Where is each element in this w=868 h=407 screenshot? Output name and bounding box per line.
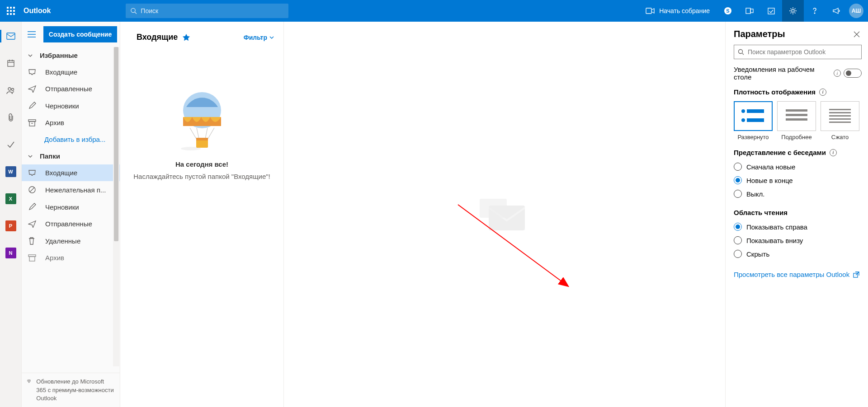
- help-button[interactable]: [804, 0, 826, 22]
- global-search-input[interactable]: [141, 7, 284, 14]
- density-compact-icon: [826, 107, 854, 126]
- reading-option-right[interactable]: Показывать справа: [734, 220, 862, 234]
- conversation-option-newest-bottom[interactable]: Новые в конце: [734, 173, 862, 187]
- reading-pane: [284, 22, 725, 407]
- settings-search-input[interactable]: [748, 48, 858, 56]
- favorites-section-toggle[interactable]: Избранные: [22, 47, 120, 64]
- svg-rect-11: [8, 61, 14, 66]
- app-launcher-button[interactable]: [0, 0, 22, 22]
- upgrade-banner[interactable]: Обновление до Microsoft 365 с премиум-во…: [22, 373, 120, 407]
- fav-inbox[interactable]: Входящие: [22, 64, 120, 80]
- settings-button[interactable]: [782, 0, 804, 22]
- inbox-icon: [28, 69, 37, 76]
- reading-radio-group: Показывать справа Показывать внизу Скрыт…: [734, 220, 862, 261]
- people-icon: [6, 86, 15, 94]
- reading-option-bottom[interactable]: Показывать внизу: [734, 234, 862, 247]
- svg-rect-7: [768, 8, 774, 14]
- close-settings-button[interactable]: [852, 29, 862, 39]
- svg-line-24: [30, 187, 34, 192]
- waffle-icon: [7, 7, 15, 15]
- star-filled-icon[interactable]: [182, 33, 190, 42]
- density-option-compact[interactable]: [821, 101, 859, 131]
- density-option-medium[interactable]: [777, 101, 816, 131]
- powerpoint-icon: P: [5, 220, 16, 231]
- svg-rect-42: [747, 118, 764, 122]
- svg-rect-40: [747, 109, 764, 113]
- svg-point-15: [8, 88, 11, 90]
- rail-todo[interactable]: [0, 136, 22, 154]
- svg-rect-43: [786, 109, 807, 112]
- onenote-icon: N: [5, 248, 16, 258]
- megaphone-icon: [832, 7, 840, 15]
- folder-sent[interactable]: Отправленные: [22, 215, 120, 232]
- reading-option-hide[interactable]: Скрыть: [734, 247, 862, 261]
- add-favorite-link[interactable]: Добавить в избра...: [22, 131, 120, 148]
- settings-search[interactable]: [734, 45, 862, 59]
- rail-files[interactable]: [0, 108, 22, 126]
- density-option-full[interactable]: [734, 101, 773, 131]
- start-meeting-button[interactable]: Начать собрание: [638, 0, 717, 22]
- archive-icon: [28, 254, 37, 262]
- rail-calendar[interactable]: [0, 54, 22, 72]
- rail-word[interactable]: W: [0, 163, 22, 181]
- megaphone-button[interactable]: [826, 0, 847, 22]
- svg-rect-33: [480, 199, 507, 218]
- calendar-check-icon: [767, 7, 775, 15]
- folder-deleted[interactable]: Удаленные: [22, 232, 120, 249]
- fav-sent[interactable]: Отправленные: [22, 80, 120, 97]
- folder-pane: Создать сообщение Избранные Входящие Отп…: [22, 22, 120, 407]
- folder-drafts[interactable]: Черновики: [22, 198, 120, 215]
- conversation-option-off[interactable]: Выкл.: [734, 187, 862, 201]
- rail-mail[interactable]: [0, 27, 22, 45]
- chevron-down-icon: [269, 35, 274, 40]
- account-avatar[interactable]: АШ: [849, 4, 863, 18]
- rail-onenote[interactable]: N: [0, 244, 22, 262]
- filter-button[interactable]: Фильтр: [244, 34, 274, 41]
- svg-point-31: [181, 147, 201, 150]
- close-icon: [854, 31, 860, 37]
- compose-button[interactable]: Создать сообщение: [43, 26, 117, 42]
- video-icon: [646, 8, 655, 14]
- brand-title: Outlook: [22, 7, 58, 15]
- info-icon[interactable]: i: [830, 149, 837, 156]
- toggle-folder-pane[interactable]: [24, 27, 39, 42]
- draft-icon: [28, 102, 37, 110]
- diamond-icon: [27, 378, 31, 385]
- info-icon[interactable]: i: [834, 70, 841, 77]
- rail-excel[interactable]: X: [0, 190, 22, 208]
- svg-line-38: [742, 53, 744, 55]
- svg-rect-26: [29, 257, 35, 261]
- fav-drafts[interactable]: Черновики: [22, 97, 120, 114]
- gear-icon: [789, 7, 797, 15]
- skype-icon: S: [724, 7, 732, 15]
- svg-rect-46: [829, 109, 851, 110]
- search-icon: [130, 7, 137, 14]
- folder-junk[interactable]: Нежелательная п...: [22, 181, 120, 198]
- folder-archive[interactable]: Архив: [22, 249, 120, 266]
- folder-scrollbar[interactable]: [113, 47, 119, 366]
- conversation-title: Представление с беседами i: [734, 149, 862, 156]
- svg-point-37: [739, 50, 743, 54]
- chevron-down-icon: [27, 52, 33, 59]
- desktop-notifications-toggle[interactable]: [844, 69, 862, 78]
- sent-icon: [28, 220, 37, 228]
- conversation-option-newest-top[interactable]: Сначала новые: [734, 160, 862, 173]
- density-medium-icon: [783, 107, 810, 126]
- svg-rect-49: [829, 118, 851, 120]
- rail-people[interactable]: [0, 81, 22, 99]
- rail-powerpoint[interactable]: P: [0, 217, 22, 235]
- folders-section-toggle[interactable]: Папки: [22, 148, 120, 164]
- my-day-button[interactable]: [760, 0, 782, 22]
- empty-inbox-state: На сегодня все! Наслаждайтесь пустой пап…: [120, 49, 283, 407]
- svg-point-16: [11, 89, 14, 91]
- view-all-settings-link[interactable]: Просмотреть все параметры Outlook: [734, 271, 862, 278]
- skype-button[interactable]: S: [717, 0, 739, 22]
- folder-inbox[interactable]: Входящие: [22, 164, 120, 181]
- attachment-icon: [7, 113, 14, 122]
- svg-rect-21: [29, 122, 35, 126]
- teams-button[interactable]: [739, 0, 760, 22]
- fav-archive[interactable]: Архив: [22, 114, 120, 131]
- app-rail: W X P N: [0, 22, 22, 407]
- global-search[interactable]: [126, 4, 288, 18]
- info-icon[interactable]: i: [819, 89, 826, 96]
